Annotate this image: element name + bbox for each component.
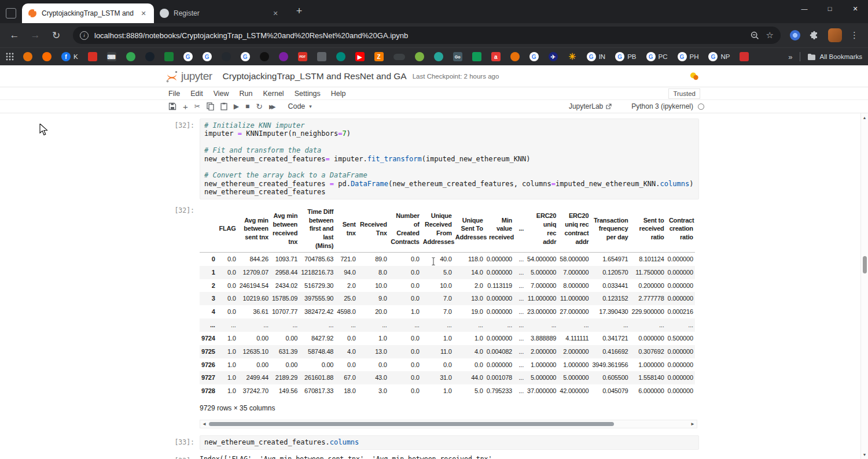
table-cell: 0.000000 — [630, 332, 665, 345]
bookmark-item[interactable]: ▶ — [355, 52, 365, 61]
site-info-icon[interactable]: i — [80, 31, 89, 40]
bookmark-item[interactable]: a — [491, 52, 501, 61]
bookmarks-divider — [800, 52, 800, 61]
all-bookmarks-button[interactable]: All Bookmarks — [807, 53, 863, 61]
bookmark-item[interactable]: G — [183, 52, 193, 61]
new-tab-button[interactable]: + — [292, 3, 307, 18]
zoom-icon[interactable] — [751, 31, 759, 40]
bookmark-item[interactable]: PDF — [298, 52, 307, 61]
bookmark-item[interactable] — [126, 52, 135, 61]
bookmark-item[interactable] — [434, 52, 443, 61]
url-text[interactable]: localhost:8889/notebooks/CryptojackingTr… — [94, 31, 744, 40]
bookmark-item[interactable] — [23, 52, 32, 61]
table-cell: ... — [217, 319, 238, 332]
bookmark-item[interactable] — [415, 52, 424, 61]
back-button[interactable]: ← — [6, 27, 23, 44]
bookmark-item[interactable] — [145, 52, 155, 61]
bookmark-item[interactable]: ⌨ — [107, 52, 116, 61]
bookmark-item[interactable]: ✈ — [549, 52, 558, 61]
horizontal-scrollbar[interactable]: ◄ ► — [200, 420, 697, 428]
jupyter-logo[interactable]: jupyter — [165, 69, 212, 83]
tab-close-icon[interactable]: ✕ — [271, 9, 280, 18]
menu-item-kernel[interactable]: Kernel — [258, 90, 289, 98]
bookmark-item[interactable] — [88, 52, 97, 61]
scroll-left-icon[interactable]: ◄ — [202, 421, 207, 428]
save-button[interactable] — [168, 102, 176, 110]
restart-kernel-button[interactable]: ↻ — [256, 102, 263, 111]
tab-close-icon[interactable]: ✕ — [139, 9, 148, 18]
bookmark-item[interactable]: GPB — [615, 52, 636, 61]
notebook-title[interactable]: CryptojackingTrap_LSTM and ResNet and GA — [223, 71, 407, 82]
bookmark-item[interactable]: G — [203, 52, 212, 61]
menu-item-edit[interactable]: Edit — [185, 90, 208, 98]
cut-cell-button[interactable]: ✂ — [194, 102, 200, 110]
vertical-scrollbar-thumb[interactable] — [863, 256, 867, 273]
interrupt-kernel-button[interactable]: ■ — [245, 102, 249, 110]
menu-item-run[interactable]: Run — [234, 90, 258, 98]
trusted-badge[interactable]: Trusted — [668, 88, 700, 99]
bookmark-item[interactable]: Z — [374, 52, 384, 61]
browser-menu-icon[interactable]: ⋮ — [850, 30, 859, 40]
table-cell: 67.0 — [335, 371, 357, 384]
bookmark-item[interactable] — [222, 52, 231, 61]
close-window-button[interactable]: ✕ — [843, 0, 868, 17]
code-editor-32[interactable]: # Initialize KNN imputerimputer = KNNImp… — [200, 119, 699, 199]
bookmark-item[interactable] — [510, 52, 520, 61]
bookmark-item[interactable] — [42, 52, 52, 61]
bookmark-star-icon[interactable]: ☆ — [766, 30, 774, 40]
scroll-down-icon[interactable]: ▼ — [861, 453, 868, 457]
vertical-scrollbar[interactable]: ▲ ▼ — [860, 113, 868, 459]
maximize-button[interactable]: □ — [817, 0, 843, 17]
bookmark-item[interactable] — [472, 52, 481, 61]
menu-item-file[interactable]: File — [168, 90, 185, 98]
bookmark-item[interactable]: ✳ — [568, 52, 577, 61]
table-cell: 0.0 — [389, 266, 421, 279]
kernel-indicator[interactable]: Python 3 (ipykernel) — [631, 102, 704, 110]
restart-run-all-button[interactable]: ▶▶ — [269, 103, 275, 110]
menu-item-help[interactable]: Help — [326, 90, 351, 98]
table-cell: 0.500000 — [666, 332, 695, 345]
bookmark-item[interactable] — [260, 52, 269, 61]
bookmark-item[interactable] — [279, 52, 288, 61]
code-cell-33[interactable]: [33]: new_ethereum_created_features.colu… — [164, 435, 699, 449]
code-cell-32[interactable]: [32]: # Initialize KNN imputerimputer = … — [164, 119, 699, 199]
row-index: 1 — [200, 266, 217, 279]
scroll-up-icon[interactable]: ▲ — [861, 116, 868, 120]
bookmark-item[interactable] — [740, 52, 749, 61]
address-bar[interactable]: i localhost:8889/notebooks/Cryptojacking… — [73, 27, 781, 44]
extensions-puzzle-icon[interactable] — [810, 31, 819, 40]
copy-cell-button[interactable] — [207, 102, 214, 110]
bookmarks-overflow-icon[interactable]: » — [788, 53, 792, 61]
menu-item-settings[interactable]: Settings — [289, 90, 326, 98]
run-cell-button[interactable]: ▶ — [234, 102, 239, 110]
extension-icon[interactable] — [790, 30, 800, 40]
bookmark-item[interactable] — [164, 52, 174, 61]
reload-button[interactable]: ↻ — [47, 27, 65, 44]
apps-grid-icon[interactable] — [6, 53, 14, 61]
minimize-button[interactable]: — — [792, 0, 817, 17]
bookmark-item[interactable]: fK — [61, 52, 78, 61]
table-cell: 3949.361956 — [590, 358, 630, 372]
bookmark-item[interactable]: GPH — [678, 52, 699, 61]
code-editor-33[interactable]: new_ethereum_created_features.columns — [200, 435, 699, 449]
insert-cell-button[interactable]: + — [183, 102, 188, 112]
bookmark-item[interactable]: GPC — [646, 52, 668, 61]
bookmark-item[interactable] — [336, 52, 345, 61]
bookmark-item[interactable]: G — [529, 52, 539, 61]
bookmark-item[interactable] — [393, 54, 405, 60]
bookmark-item[interactable]: GNP — [708, 52, 730, 61]
open-in-jupyterlab-link[interactable]: JupyterLab — [569, 102, 612, 110]
bookmark-item[interactable]: GIN — [587, 52, 606, 61]
scroll-right-icon[interactable]: ► — [690, 421, 695, 428]
menu-item-view[interactable]: View — [208, 90, 234, 98]
horizontal-scrollbar-thumb[interactable] — [209, 422, 614, 426]
browser-tab-register[interactable]: Register ✕ — [154, 3, 286, 23]
paste-cell-button[interactable] — [220, 102, 227, 110]
bookmark-item[interactable]: G — [241, 52, 250, 61]
cell-type-dropdown[interactable]: Code ▾ — [288, 102, 311, 110]
browser-tab-notebook[interactable]: CryptojackingTrap_LSTM and R ✕ — [22, 3, 154, 23]
forward-button[interactable]: → — [27, 27, 44, 44]
bookmark-item[interactable]: Go — [453, 52, 462, 61]
bookmark-item[interactable] — [317, 52, 326, 61]
profile-avatar[interactable] — [828, 28, 842, 42]
